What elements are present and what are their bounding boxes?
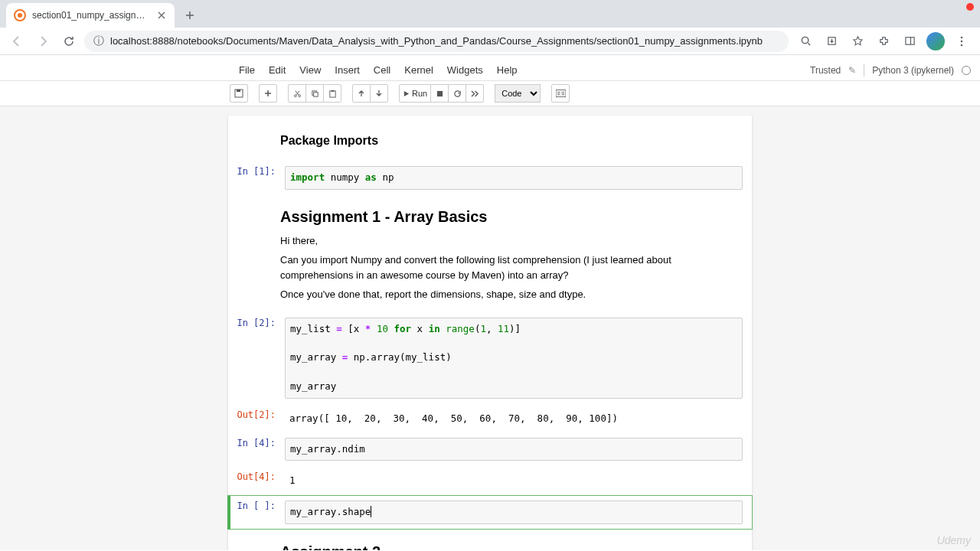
notebook: Package Imports In [1]: import numpy as … xyxy=(228,116,752,550)
menu-help[interactable]: Help xyxy=(497,64,518,76)
restart-button[interactable] xyxy=(448,84,466,103)
extensions-icon[interactable] xyxy=(874,32,893,51)
window-close-icon[interactable] xyxy=(966,3,974,11)
code-cell[interactable]: In [4]: my_array.ndim xyxy=(228,433,752,466)
code-input[interactable]: my_array.ndim xyxy=(285,438,743,461)
svg-rect-11 xyxy=(313,92,318,96)
menu-file[interactable]: File xyxy=(239,64,255,76)
jupyter-favicon xyxy=(14,9,26,21)
bookmark-icon[interactable] xyxy=(848,32,867,51)
watermark: Udemy xyxy=(937,534,971,546)
new-tab-button[interactable] xyxy=(179,5,201,26)
notebook-scroll-area[interactable]: Package Imports In [1]: import numpy as … xyxy=(0,106,980,550)
jupyter-toolbar: Run Code xyxy=(0,81,980,106)
back-button[interactable] xyxy=(6,31,28,52)
trusted-indicator[interactable]: Trusted xyxy=(810,65,841,76)
restart-run-all-button[interactable] xyxy=(466,84,484,103)
search-icon[interactable] xyxy=(796,32,815,51)
browser-tab-strip: section01_numpy_assignment xyxy=(0,0,980,28)
in-prompt: In [4]: xyxy=(233,435,280,465)
markdown-cell[interactable]: Assignment 2 Thanks for your help with t… xyxy=(228,531,752,550)
site-info-icon[interactable]: ⓘ xyxy=(93,34,104,48)
out-prompt: Out[4]: xyxy=(233,468,280,492)
profile-avatar[interactable] xyxy=(926,32,945,51)
heading-assignment-2: Assignment 2 xyxy=(280,543,743,550)
menu-edit[interactable]: Edit xyxy=(269,64,286,76)
paste-button[interactable] xyxy=(323,84,341,103)
menu-icon[interactable] xyxy=(952,32,971,51)
text: Hi there, xyxy=(280,233,743,249)
code-cell-active[interactable]: In [ ]: my_array.shape xyxy=(227,495,753,530)
output-cell: Out[4]: 1 xyxy=(228,467,752,494)
in-prompt: In [1]: xyxy=(233,163,280,193)
reload-button[interactable] xyxy=(58,31,80,52)
jupyter-menubar: File Edit View Insert Cell Kernel Widget… xyxy=(0,60,980,81)
code-cell[interactable]: In [1]: import numpy as np xyxy=(228,161,752,194)
address-bar: ⓘ localhost:8888/notebooks/Documents/Mav… xyxy=(0,28,980,55)
window-controls xyxy=(966,3,974,11)
code-cell[interactable]: In [2]: my_list = [x * 10 for x in range… xyxy=(228,313,752,403)
svg-rect-7 xyxy=(237,90,240,92)
close-tab-icon[interactable] xyxy=(156,10,167,21)
run-button[interactable]: Run xyxy=(399,84,431,103)
in-prompt: In [2]: xyxy=(233,315,280,402)
copy-button[interactable] xyxy=(305,84,324,103)
output-text: array([ 10, 20, 30, 40, 50, 60, 70, 80, … xyxy=(285,409,743,427)
menu-view[interactable]: View xyxy=(299,64,321,76)
browser-tab[interactable]: section01_numpy_assignment xyxy=(6,3,175,28)
svg-rect-13 xyxy=(331,90,334,91)
code-input[interactable]: my_list = [x * 10 for x in range(1, 11)]… xyxy=(285,318,743,399)
code-input[interactable]: import numpy as np xyxy=(285,166,743,190)
command-palette-button[interactable] xyxy=(551,84,570,103)
menu-widgets[interactable]: Widgets xyxy=(447,64,483,76)
url-text: localhost:8888/notebooks/Documents/Maven… xyxy=(110,35,763,47)
markdown-cell[interactable]: Assignment 1 - Array Basics Hi there, Ca… xyxy=(228,196,752,311)
url-input[interactable]: ⓘ localhost:8888/notebooks/Documents/Mav… xyxy=(84,31,789,52)
svg-point-4 xyxy=(961,40,963,42)
kernel-name[interactable]: Python 3 (ipykernel) xyxy=(872,65,954,76)
cell-type-select[interactable]: Code xyxy=(495,84,541,103)
text: Can you import Numpy and convert the fol… xyxy=(280,253,743,282)
forward-button[interactable] xyxy=(32,31,54,52)
markdown-cell[interactable]: Package Imports xyxy=(228,123,752,160)
svg-rect-2 xyxy=(905,37,913,44)
out-prompt: Out[2]: xyxy=(233,406,280,430)
svg-point-5 xyxy=(961,44,963,46)
edit-icon[interactable]: ✎ xyxy=(848,65,856,76)
install-icon[interactable] xyxy=(822,32,841,51)
heading-assignment-1: Assignment 1 - Array Basics xyxy=(280,208,743,226)
move-down-button[interactable] xyxy=(370,84,388,103)
output-text: 1 xyxy=(285,471,743,489)
cut-button[interactable] xyxy=(288,84,306,103)
menu-insert[interactable]: Insert xyxy=(335,64,360,76)
kernel-status-icon xyxy=(962,66,971,75)
interrupt-button[interactable] xyxy=(430,84,449,103)
move-up-button[interactable] xyxy=(352,84,371,103)
text: Once you've done that, report the dimens… xyxy=(280,287,743,302)
side-panel-icon[interactable] xyxy=(900,32,919,51)
svg-point-0 xyxy=(802,37,808,43)
add-cell-button[interactable] xyxy=(259,84,277,103)
save-button[interactable] xyxy=(230,84,248,103)
heading-imports: Package Imports xyxy=(280,134,743,148)
menu-cell[interactable]: Cell xyxy=(374,64,390,76)
svg-point-3 xyxy=(961,36,963,38)
output-cell: Out[2]: array([ 10, 20, 30, 40, 50, 60, … xyxy=(228,405,752,432)
menu-kernel[interactable]: Kernel xyxy=(404,64,433,76)
tab-title: section01_numpy_assignment xyxy=(32,10,150,21)
code-input[interactable]: my_array.shape xyxy=(285,500,743,524)
svg-rect-12 xyxy=(329,90,335,96)
svg-rect-14 xyxy=(437,90,443,96)
in-prompt: In [ ]: xyxy=(233,497,280,527)
